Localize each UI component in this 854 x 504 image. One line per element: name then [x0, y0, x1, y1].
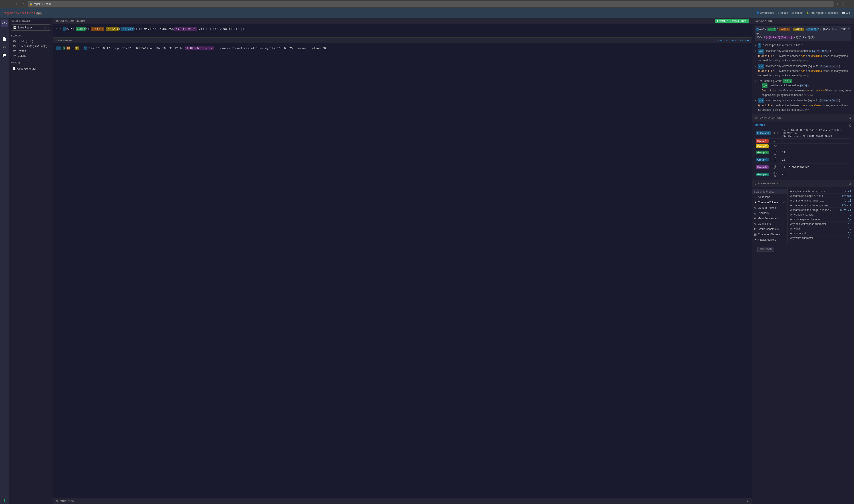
flavor-golang[interactable]: </> Golang	[11, 53, 51, 58]
badge-g4: Group 4.	[756, 158, 769, 161]
tree-item-w: ▾ \w+ matches any word character (equal …	[755, 49, 851, 54]
regex-input-area[interactable]: ↑ r ^\w+\s+(\d+)\s+(\d{2}):(\d{2}):(\d{2…	[53, 24, 752, 37]
tool-code-generator[interactable]: 📄 Code Generator	[11, 66, 51, 71]
regex-hl-anchor: ^	[63, 27, 66, 31]
save-regex-button[interactable]: 💾 Save Regex ⌘+s	[11, 24, 51, 31]
qr-header: QUICK REFERENCE ∧	[752, 180, 854, 187]
qr-menu-character-classes[interactable]: ▦ Character Classes	[752, 232, 787, 237]
qr-menu-anchors[interactable]: ⚓ Anchors	[752, 211, 787, 216]
header-link-bug[interactable]: 🐛 bug reports & feedback	[806, 11, 838, 15]
sidebar-icon-code[interactable]: </>	[1, 20, 8, 27]
flavor-icon-python: </>	[13, 49, 16, 53]
meta-sequences-label: Meta Sequences	[758, 217, 778, 220]
regex-delim-open: ↑ r	[56, 26, 61, 31]
qr-search-input[interactable]	[752, 189, 787, 194]
range-g4: 13-15	[772, 156, 781, 163]
qr-code-abc: [abc]	[843, 190, 851, 193]
header-link-donate[interactable]: $ donate	[778, 11, 788, 15]
badge-full: Full match	[756, 131, 771, 135]
extensions-button[interactable]: ⬛	[841, 2, 846, 6]
qr-code-not-abc: [^abc]	[842, 194, 851, 198]
test-header-title: TEST STRING	[56, 39, 72, 42]
qr-row-abc: A single character of: a, b or c [abc]	[790, 189, 851, 194]
switch-unit-tests-button[interactable]: SWITCH TO UNIT TESTS ▶	[718, 39, 749, 42]
group-constructs-label: Group Constructs	[758, 228, 779, 231]
match-copy-button[interactable]: ⧉	[849, 124, 851, 127]
regex-w: \w+\s+	[66, 27, 76, 31]
qr-code-nondigit: \D	[848, 232, 851, 235]
logo-regular: regular	[3, 11, 16, 15]
back-button[interactable]: ‹	[3, 2, 7, 6]
qr-collapse-button[interactable]: ∧	[849, 182, 851, 185]
regex-flags: gm	[241, 26, 244, 31]
browser-actions: ☆ ⬛ ⋮	[835, 2, 851, 6]
anchors-icon: ⚓	[754, 212, 758, 215]
flavor-check-python: ✓	[48, 49, 50, 53]
qr-menu-flags[interactable]: ⚑ Flags/Modifiers	[752, 237, 787, 242]
match-info-collapse-button[interactable]: ∧	[849, 116, 851, 120]
home-button[interactable]: ⌂	[21, 2, 26, 6]
header-link-regex101[interactable]: 👤 @regex101	[756, 11, 774, 15]
forward-button[interactable]: ›	[9, 2, 13, 6]
character-classes-icon: ▦	[754, 233, 757, 236]
match-row-g5: Group 5. 71-88 14:8f:c6:3f:ab:cd	[755, 163, 851, 170]
character-classes-label: Character Classes	[758, 233, 780, 236]
qr-menu-common-tokens[interactable]: ★ Common Tokens ✓	[752, 200, 787, 205]
sidebar-icon-settings[interactable]: ⚙	[1, 43, 8, 51]
qr-menu-group-constructs[interactable]: ⊡ Group Constructs	[752, 227, 787, 232]
qr-desc-digit: Any digit	[790, 227, 800, 230]
reload-button[interactable]: ↻	[15, 2, 20, 6]
right-panel: EXPLANATION ^\w+\s+(\d+):\(\d{2}):\(\d{2…	[752, 18, 854, 504]
ts-match-mac: 14:8f:c6:3f:ab:cd	[185, 47, 214, 50]
common-tokens-check: ✓	[783, 201, 785, 204]
tree-quantifier-w: Quantifier — Matches between one and unl…	[758, 54, 851, 63]
qr-title: QUICK REFERENCE	[755, 182, 778, 185]
qr-menu-general-tokens[interactable]: ⚙ General Tokens	[752, 205, 787, 211]
qr-code-word: \w	[848, 236, 851, 239]
qr-code-ws: \s	[848, 218, 851, 221]
qr-menu-all-tokens[interactable]: ☰ All Tokens	[752, 194, 787, 200]
tool-icon-code: 📄	[13, 67, 16, 70]
sidebar-icon-chat[interactable]: 💬	[1, 52, 8, 59]
qr-code-az: [a-z]	[843, 199, 851, 202]
qr-right-panel: A single character of: a, b or c [abc] A…	[787, 187, 854, 244]
sidebar-icon-list[interactable]: ☰	[1, 28, 8, 35]
general-tokens-label: General Tokens	[758, 206, 777, 209]
tree-item-s: ▾ \s+ matches any whitespace character (…	[755, 64, 851, 69]
bookmark-button[interactable]: ☆	[835, 2, 840, 6]
flavor-label-python: Python	[18, 49, 26, 53]
flavor-python[interactable]: </> Python ✓	[11, 49, 51, 53]
save-regex-label: Save Regex	[18, 26, 32, 29]
value-full: Jun 3 10:31:10 192.168.0.17 dhcpd[11787]…	[781, 128, 851, 139]
qr-code-azaz: [a-zA-Z]	[838, 209, 851, 212]
substitution-section: SUBSTITUTION ∧	[53, 498, 752, 504]
flavor-pcre[interactable]: </> PCRE (PHP)	[11, 39, 51, 43]
test-string-area[interactable]: Jun 3 10 : 31 : 10 192.168.0.17 dhcpd[11…	[53, 43, 752, 498]
qr-code-not-az: [^a-z]	[842, 204, 851, 207]
regex-g1: (\d+)	[76, 27, 86, 31]
sponsor-button[interactable]: SPONSOR	[757, 247, 775, 252]
qr-code-nonws: \S	[848, 222, 851, 226]
main-layout: </> ☰ 📄 ⚙ 💬 $ SAVE & SHARE 💾 Save Regex …	[0, 18, 854, 504]
regex-section: REGULAR EXPRESSION 1 match, 446 steps (~…	[53, 18, 752, 38]
regex-g3: (\d{2})	[106, 27, 119, 31]
qr-menu-quantifiers[interactable]: ⚙ Quantifiers	[752, 221, 787, 227]
address-bar[interactable]: 🔒 regex101.com	[28, 1, 834, 7]
header-link-wiki[interactable]: 📖 wiki	[842, 11, 851, 15]
qr-menu-meta-sequences[interactable]: ⊛ Meta Sequences	[752, 216, 787, 221]
substitution-expand-button[interactable]: ∧	[747, 499, 749, 503]
flavor-ecma[interactable]: </> ECMAScript (JavaScript)	[11, 43, 51, 49]
ts-match-jun: Jun	[56, 47, 61, 50]
center-panel: REGULAR EXPRESSION 1 match, 446 steps (~…	[53, 18, 752, 504]
app-header: regular expressions101 👤 @regex101 $ don…	[0, 8, 854, 18]
regex-g2: (\d{2})	[91, 27, 104, 31]
flavor-label-ecma: ECMAScript (JavaScript)	[18, 44, 47, 48]
sidebar-icon-doc[interactable]: 📄	[1, 36, 8, 43]
flags-label: Flags/Modifiers	[758, 238, 776, 241]
qr-row-az: A character in the range: a-z [a-z]	[790, 198, 851, 203]
explanation-title: EXPLANATION	[755, 20, 772, 22]
tools-title: TOOLS	[11, 62, 51, 65]
menu-button[interactable]: ⋮	[847, 2, 851, 6]
header-link-contact[interactable]: ✉ contact	[792, 11, 803, 15]
regex-g4: (\d{2})	[121, 27, 134, 31]
